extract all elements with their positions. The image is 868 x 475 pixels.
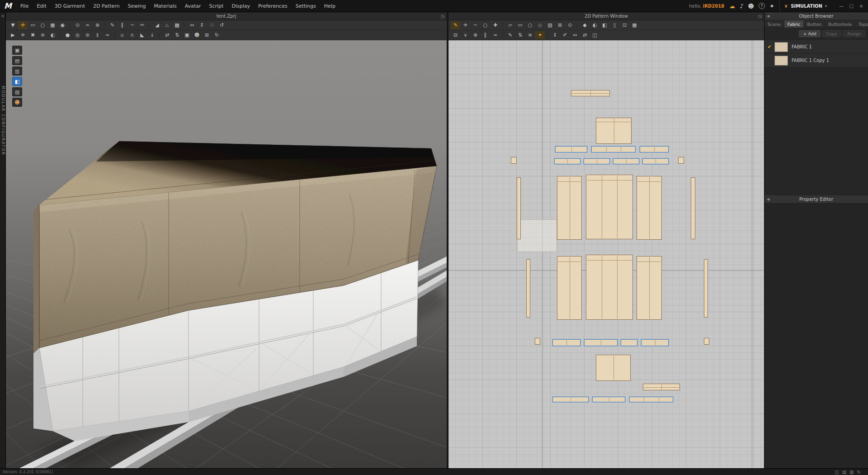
pattern-piece[interactable] xyxy=(571,90,610,96)
edit-curvature-icon[interactable]: ~ xyxy=(471,21,480,29)
pattern-piece[interactable] xyxy=(511,157,517,164)
select-mesh-icon[interactable]: ▦ xyxy=(48,21,57,29)
pattern-piece[interactable] xyxy=(557,176,582,240)
fabric-list-item[interactable]: FABRIC 1 Copy 1 xyxy=(764,54,868,67)
menu-materials[interactable]: Materials xyxy=(150,0,180,12)
create-internal-dart-icon[interactable]: ◆ xyxy=(580,21,590,29)
layer-order-2d-icon[interactable]: ⇅ xyxy=(515,31,525,39)
menu-2d-pattern[interactable]: 2D Pattern xyxy=(89,0,124,12)
whats-new-icon[interactable]: ✦ xyxy=(769,0,774,12)
edit-curve-point-icon[interactable]: ○ xyxy=(481,21,490,29)
menu-file[interactable]: File xyxy=(16,0,33,12)
sound-icon[interactable]: ♪ xyxy=(740,0,743,12)
menu-display[interactable]: Display xyxy=(227,0,254,12)
pattern-piece[interactable] xyxy=(704,338,709,345)
tack-on-avatar-icon[interactable]: ⊕ xyxy=(93,21,102,29)
measure-2d-icon[interactable]: ↔ xyxy=(570,31,580,39)
pattern-piece[interactable] xyxy=(643,384,680,390)
2d-pattern-canvas[interactable] xyxy=(448,40,764,468)
zipper-tool-icon[interactable]: ‡ xyxy=(93,31,102,39)
minimize-button[interactable]: — xyxy=(836,0,846,12)
reset-arrangement-icon[interactable]: ↺ xyxy=(217,21,226,29)
tab-topstitch[interactable]: Topstitch xyxy=(855,20,868,28)
menu-script[interactable]: Script xyxy=(205,0,228,12)
username[interactable]: iRD2018 xyxy=(703,4,724,9)
pattern-piece[interactable] xyxy=(704,259,708,318)
pattern-piece[interactable] xyxy=(586,175,633,239)
pattern-piece[interactable] xyxy=(552,397,589,402)
create-internal-rectangle-icon[interactable]: ⊞ xyxy=(555,21,565,29)
show-internal-lines-toggle[interactable]: ▤ xyxy=(12,56,22,65)
menu-edit[interactable]: Edit xyxy=(33,0,50,12)
modular-configurator-vertical-tab[interactable]: MODULAR CONFIGURATOR xyxy=(0,86,5,156)
avatar-display-icon[interactable]: ☻ xyxy=(192,31,202,39)
fabric-list-item[interactable]: ✔FABRIC 1 xyxy=(764,40,868,54)
pattern-piece[interactable] xyxy=(552,339,580,346)
trace-pattern-icon[interactable]: ⊡ xyxy=(620,21,629,29)
add-button[interactable]: + Add xyxy=(799,30,820,37)
app-logo[interactable]: M xyxy=(0,0,16,12)
edit-texture-2d-icon[interactable]: ◐ xyxy=(590,21,599,29)
pattern-piece[interactable] xyxy=(591,146,636,152)
seam-allowance-icon[interactable]: ⊟ xyxy=(451,31,460,39)
pin-icon[interactable]: ⊙ xyxy=(73,21,82,29)
collapse-panel-icon[interactable]: ◀ xyxy=(767,195,769,204)
layer-order-icon[interactable]: ⇅ xyxy=(172,31,182,39)
create-rectangle-icon[interactable]: ▭ xyxy=(515,21,525,29)
create-circle-icon[interactable]: ○ xyxy=(525,21,535,29)
fabric-check-icon[interactable]: ✔ xyxy=(764,44,774,50)
pattern-piece[interactable] xyxy=(517,177,521,239)
pattern-piece[interactable] xyxy=(596,118,632,144)
swap-panels-icon[interactable]: ⇄ xyxy=(162,31,172,39)
unfold-pattern-icon[interactable]: ◫ xyxy=(590,31,599,39)
create-dart-icon[interactable]: ◇ xyxy=(535,21,545,29)
tab-buttonhole[interactable]: Buttonhole xyxy=(825,20,855,28)
select-lasso-icon[interactable]: ○ xyxy=(38,21,47,29)
layout-both-windows-icon[interactable]: ◫ xyxy=(835,469,839,475)
grid-toggle-icon[interactable]: ⊞ xyxy=(202,31,212,39)
menu-3d-garment[interactable]: 3D Garment xyxy=(51,0,89,12)
add-point-split-icon[interactable]: ✚ xyxy=(491,21,500,29)
pattern-piece[interactable] xyxy=(637,256,662,320)
pattern-piece[interactable] xyxy=(596,355,631,381)
create-polygon-icon[interactable]: ▱ xyxy=(505,21,515,29)
maximize-button[interactable]: □ xyxy=(846,0,856,12)
transform-pattern-icon[interactable]: ✎ xyxy=(451,21,460,29)
menu-preferences[interactable]: Preferences xyxy=(254,0,292,12)
pattern-piece[interactable] xyxy=(586,255,633,320)
copy-button[interactable]: Copy xyxy=(822,30,841,37)
window-fly-icon[interactable]: ≈ xyxy=(83,21,92,29)
show-avatar-toggle[interactable]: ☻ xyxy=(12,98,22,107)
pattern-piece[interactable] xyxy=(584,158,610,164)
menu-help[interactable]: Help xyxy=(320,0,340,12)
sync-refresh-icon[interactable]: ↻ xyxy=(857,469,861,475)
pattern-piece[interactable] xyxy=(621,339,637,346)
pattern-piece[interactable] xyxy=(637,176,662,240)
chevron-down-icon[interactable]: ▾ xyxy=(825,4,827,8)
annotate-2d-icon[interactable]: ✐ xyxy=(560,31,570,39)
show-pressure-toggle[interactable]: ▨ xyxy=(12,87,22,96)
pattern-piece[interactable] xyxy=(554,158,580,164)
remove-pins-icon[interactable]: ✖ xyxy=(28,31,38,39)
assign-button[interactable]: Assign xyxy=(843,30,865,37)
menu-settings[interactable]: Settings xyxy=(292,0,320,12)
pattern-piece[interactable] xyxy=(642,158,669,164)
dock-icon[interactable]: ⊞ xyxy=(0,14,5,18)
arrangement-points-icon[interactable]: ∷ xyxy=(207,21,217,29)
cloth-texture-icon[interactable]: ▦ xyxy=(630,21,639,29)
topstitch-tool-icon[interactable]: ≈ xyxy=(103,31,112,39)
notch-tool-icon[interactable]: ∨ xyxy=(461,31,470,39)
cloud-sync-badge-icon[interactable]: ☁ xyxy=(729,0,735,12)
edit-sewing-icon[interactable]: ✎ xyxy=(108,21,117,29)
select-rectangle-icon[interactable]: ▭ xyxy=(28,21,38,29)
collapse-panel-icon[interactable]: ◀ xyxy=(767,12,769,20)
edit-pattern-icon[interactable]: ✛ xyxy=(461,21,470,29)
menu-avatar[interactable]: Avatar xyxy=(181,0,205,12)
pattern-piece[interactable] xyxy=(629,397,673,402)
select-move-icon[interactable]: ✛ xyxy=(18,21,28,29)
tab-fabric[interactable]: Fabric xyxy=(784,20,804,28)
pattern-piece[interactable] xyxy=(584,339,618,346)
create-internal-circle-icon[interactable]: ⊙ xyxy=(565,21,575,29)
grading-2d-icon[interactable]: ◧ xyxy=(600,21,609,29)
free-sewing-icon[interactable]: ~ xyxy=(127,21,137,29)
